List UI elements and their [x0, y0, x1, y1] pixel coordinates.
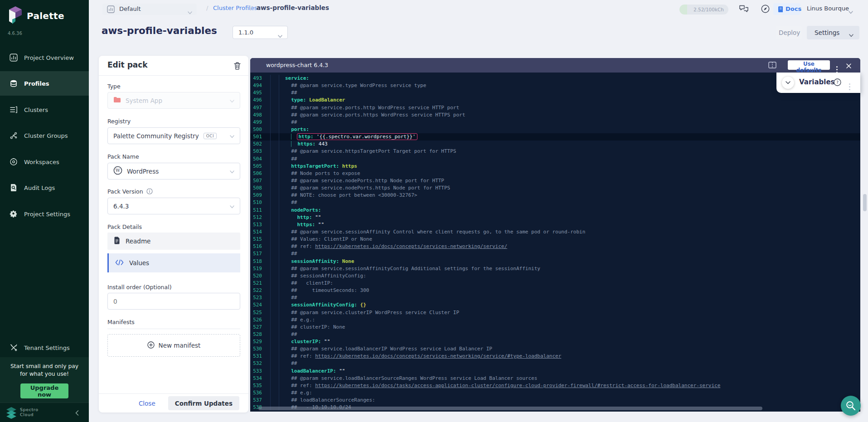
line-number[interactable]: 508 — [250, 184, 262, 192]
line-number[interactable]: 510 — [250, 199, 262, 206]
code-line[interactable]: 532 ## — [250, 360, 860, 367]
code-line[interactable]: 513 https: "" — [250, 221, 860, 228]
line-number[interactable]: 509 — [250, 192, 262, 199]
line-number[interactable]: 523 — [250, 294, 262, 301]
code-line[interactable]: 518 sessionAffinity: None — [250, 258, 860, 265]
code-line[interactable]: 514 ## @param service.sessionAffinity Co… — [250, 228, 860, 236]
new-manifest-button[interactable]: New manifest — [107, 334, 240, 357]
kebab-menu-icon[interactable] — [836, 61, 838, 69]
line-number[interactable]: 537 — [250, 397, 262, 404]
line-number[interactable]: 530 — [250, 345, 262, 353]
code-line[interactable]: 525 ## @param service.clusterIP WordPres… — [250, 309, 860, 316]
line-number[interactable]: 531 — [250, 353, 262, 360]
line-number[interactable]: 507 — [250, 177, 262, 184]
sidebar-item-project-settings[interactable]: Project Settings — [0, 202, 89, 226]
code-line[interactable]: 509 ## NOTE: choose port between <30000-… — [250, 192, 860, 199]
code-line[interactable]: 529 clusterIP: "" — [250, 338, 860, 345]
upgrade-now-button[interactable]: Upgrade now — [20, 383, 68, 398]
collapse-sidebar-icon[interactable] — [75, 409, 79, 417]
kebab-menu-icon[interactable] — [849, 78, 850, 87]
code-line[interactable]: 516 ## ref: https://kubernetes.io/docs/c… — [250, 243, 860, 250]
pack-name-select[interactable]: W WordPress — [107, 163, 240, 179]
horizontal-scrollbar[interactable] — [258, 407, 762, 410]
line-number[interactable]: 515 — [250, 236, 262, 243]
line-number[interactable]: 520 — [250, 272, 262, 280]
code-line[interactable]: 530 ## @param service.loadBalancerIP Wor… — [250, 345, 860, 353]
line-number[interactable]: 505 — [250, 163, 262, 170]
code-line[interactable]: 536 ## e.g: — [250, 389, 860, 397]
line-number[interactable]: 503 — [250, 148, 262, 155]
search-help-fab[interactable] — [841, 396, 861, 416]
code-line[interactable]: 534 ## @param service.loadBalancerSource… — [250, 375, 860, 382]
line-number[interactable]: 527 — [250, 324, 262, 331]
line-number[interactable]: 525 — [250, 309, 262, 316]
sidebar-item-profiles[interactable]: Profiles — [0, 71, 89, 96]
line-number[interactable]: 514 — [250, 228, 262, 236]
values-tab[interactable]: Values — [107, 253, 240, 272]
code-line[interactable]: 523 ## — [250, 294, 860, 301]
line-number[interactable]: 511 — [250, 207, 262, 214]
line-number[interactable]: 506 — [250, 170, 262, 177]
line-number[interactable]: 504 — [250, 155, 262, 163]
info-icon[interactable] — [146, 188, 153, 196]
line-number[interactable]: 535 — [250, 382, 262, 389]
code-line[interactable]: 512 http: "" — [250, 214, 860, 221]
line-number[interactable]: 500 — [250, 126, 262, 133]
delete-pack-trash-icon[interactable] — [233, 62, 241, 72]
code-line[interactable]: 537 ## loadBalancerSourceRanges: — [250, 397, 860, 404]
registry-select[interactable]: Palette Community Registry OCI — [107, 127, 240, 144]
line-number[interactable]: 512 — [250, 214, 262, 221]
code-line[interactable]: 520 ## sessionAffinityConfig: — [250, 272, 860, 280]
settings-button[interactable]: Settings — [807, 26, 859, 39]
use-defaults-button[interactable]: Use defaults — [788, 60, 830, 70]
code-line[interactable]: 498 ## @param service.ports.https WordPr… — [250, 112, 860, 119]
code-line[interactable]: 527 ## clusterIP: None — [250, 324, 860, 331]
code-line[interactable]: 521 ## clientIP: — [250, 280, 860, 287]
line-number[interactable]: 522 — [250, 287, 262, 294]
pack-version-select[interactable]: 6.4.3 — [107, 198, 240, 214]
close-editor-icon[interactable] — [846, 62, 852, 71]
page-scrollbar[interactable] — [863, 194, 867, 211]
chat-icon[interactable] — [739, 5, 749, 16]
line-number[interactable]: 526 — [250, 316, 262, 324]
code-line[interactable]: 494 ## @param service.type WordPress ser… — [250, 82, 860, 89]
code-line[interactable]: 501 http: '{{.spectro.var.wordpress_port… — [250, 133, 860, 141]
line-number[interactable]: 536 — [250, 389, 262, 397]
code-line[interactable]: 505 httpsTargetPort: https — [250, 163, 860, 170]
line-number[interactable]: 533 — [250, 368, 262, 375]
sidebar-item-audit-logs[interactable]: Audit Logs — [0, 175, 89, 200]
code-line[interactable]: 506 ## Node ports to expose — [250, 170, 860, 177]
code-line[interactable]: 500 ports: — [250, 126, 860, 133]
sidebar-item-cluster-groups[interactable]: Cluster Groups — [0, 123, 89, 148]
code-line[interactable]: 528 ## — [250, 331, 860, 338]
line-number[interactable]: 493 — [250, 75, 262, 82]
code-line[interactable]: 517 ## — [250, 250, 860, 257]
deploy-button[interactable]: Deploy — [776, 26, 802, 39]
line-number[interactable]: 502 — [250, 141, 262, 148]
readme-tab[interactable]: Readme — [107, 233, 240, 250]
line-number[interactable]: 534 — [250, 375, 262, 382]
line-number[interactable]: 498 — [250, 112, 262, 119]
docs-button[interactable]: Docs — [773, 3, 800, 15]
code-line[interactable]: 493service: — [250, 75, 860, 82]
code-line[interactable]: 531 ## ref: https://kubernetes.io/docs/c… — [250, 353, 860, 360]
code-line[interactable]: 504 ## — [250, 155, 860, 163]
line-number[interactable]: 495 — [250, 89, 262, 97]
code-line[interactable]: 507 ## @param service.nodePorts.http Nod… — [250, 177, 860, 184]
code-line[interactable]: 524 sessionAffinityConfig: {} — [250, 301, 860, 309]
code-line[interactable]: 522 ## timeoutSeconds: 300 — [250, 287, 860, 294]
line-number[interactable]: 528 — [250, 331, 262, 338]
line-number[interactable]: 497 — [250, 104, 262, 112]
code-line[interactable]: 502 https: 443 — [250, 141, 860, 148]
line-number[interactable]: 501 — [250, 133, 262, 141]
code-line[interactable]: 497 ## @param service.ports.http WordPre… — [250, 104, 860, 112]
sidebar-item-tenant-settings[interactable]: Tenant Settings — [0, 335, 89, 360]
code-line[interactable]: 495 ## — [250, 89, 860, 97]
code-line[interactable]: 503 ## @param service.httpsTargetPort Ta… — [250, 148, 860, 155]
code-line[interactable]: 519 ## @param service.sessionAffinityCon… — [250, 265, 860, 272]
line-number[interactable]: 524 — [250, 301, 262, 309]
code-line[interactable]: 526 ## e.g.: — [250, 316, 860, 324]
explore-compass-icon[interactable] — [761, 4, 770, 15]
line-number[interactable]: 518 — [250, 258, 262, 265]
code-line[interactable]: 533 loadBalancerIP: "" — [250, 368, 860, 375]
